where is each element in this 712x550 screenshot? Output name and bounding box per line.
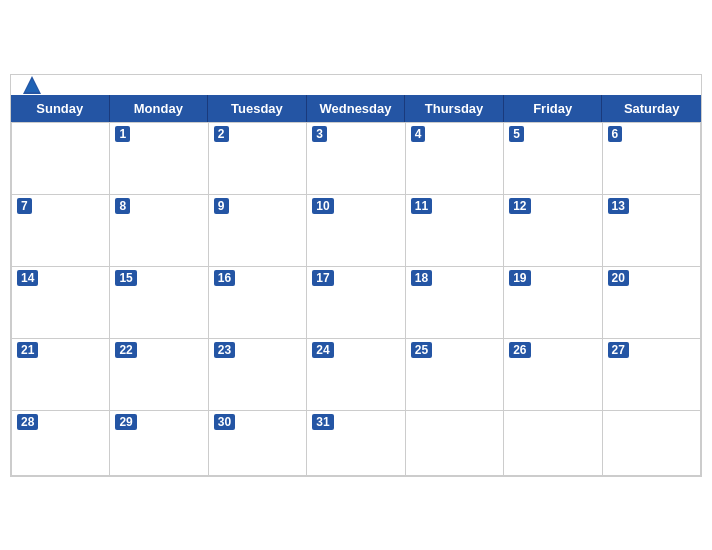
- day-number: 26: [509, 342, 530, 358]
- day-cell-24: 24: [307, 339, 405, 411]
- day-cell-18: 18: [406, 267, 504, 339]
- day-cell-8: 8: [110, 195, 208, 267]
- day-header-thursday: Thursday: [405, 95, 504, 122]
- day-cell-9: 9: [209, 195, 307, 267]
- day-number: 10: [312, 198, 333, 214]
- day-cell-5: 5: [504, 123, 602, 195]
- day-number: 14: [17, 270, 38, 286]
- day-header-sunday: Sunday: [11, 95, 110, 122]
- day-cell-13: 13: [603, 195, 701, 267]
- day-cell-14: 14: [12, 267, 110, 339]
- day-number: 22: [115, 342, 136, 358]
- day-cell-29: 29: [110, 411, 208, 476]
- day-cell-30: 30: [209, 411, 307, 476]
- day-number: 2: [214, 126, 229, 142]
- day-cell-10: 10: [307, 195, 405, 267]
- day-number: 21: [17, 342, 38, 358]
- day-cell-empty: [603, 411, 701, 476]
- calendar-grid: 1234567891011121314151617181920212223242…: [11, 122, 701, 476]
- logo: [21, 74, 46, 96]
- day-number: 3: [312, 126, 327, 142]
- day-cell-25: 25: [406, 339, 504, 411]
- day-header-friday: Friday: [504, 95, 603, 122]
- day-cell-23: 23: [209, 339, 307, 411]
- day-header-tuesday: Tuesday: [208, 95, 307, 122]
- day-number: 16: [214, 270, 235, 286]
- day-cell-22: 22: [110, 339, 208, 411]
- day-cell-15: 15: [110, 267, 208, 339]
- day-header-saturday: Saturday: [602, 95, 701, 122]
- day-cell-3: 3: [307, 123, 405, 195]
- day-cell-26: 26: [504, 339, 602, 411]
- day-number: 17: [312, 270, 333, 286]
- day-cell-11: 11: [406, 195, 504, 267]
- day-number: 6: [608, 126, 623, 142]
- day-cell-19: 19: [504, 267, 602, 339]
- day-number: 28: [17, 414, 38, 430]
- day-number: 11: [411, 198, 432, 214]
- day-number: 19: [509, 270, 530, 286]
- day-cell-20: 20: [603, 267, 701, 339]
- day-header-monday: Monday: [110, 95, 209, 122]
- calendar-header: [11, 75, 701, 95]
- day-cell-6: 6: [603, 123, 701, 195]
- day-cell-empty: [12, 123, 110, 195]
- day-number: 31: [312, 414, 333, 430]
- day-number: 27: [608, 342, 629, 358]
- day-cell-16: 16: [209, 267, 307, 339]
- day-cell-7: 7: [12, 195, 110, 267]
- day-number: 9: [214, 198, 229, 214]
- day-cell-21: 21: [12, 339, 110, 411]
- day-cell-empty: [406, 411, 504, 476]
- day-number: 1: [115, 126, 130, 142]
- day-number: 15: [115, 270, 136, 286]
- day-number: 23: [214, 342, 235, 358]
- svg-marker-1: [25, 79, 39, 92]
- day-cell-1: 1: [110, 123, 208, 195]
- day-number: 7: [17, 198, 32, 214]
- day-number: 8: [115, 198, 130, 214]
- day-cell-17: 17: [307, 267, 405, 339]
- day-cell-2: 2: [209, 123, 307, 195]
- day-number: 24: [312, 342, 333, 358]
- day-cell-4: 4: [406, 123, 504, 195]
- day-number: 12: [509, 198, 530, 214]
- day-header-wednesday: Wednesday: [307, 95, 406, 122]
- day-cell-27: 27: [603, 339, 701, 411]
- day-number: 4: [411, 126, 426, 142]
- day-cell-28: 28: [12, 411, 110, 476]
- day-cell-31: 31: [307, 411, 405, 476]
- day-number: 30: [214, 414, 235, 430]
- day-number: 29: [115, 414, 136, 430]
- day-number: 5: [509, 126, 524, 142]
- day-number: 13: [608, 198, 629, 214]
- day-number: 18: [411, 270, 432, 286]
- day-number: 20: [608, 270, 629, 286]
- calendar: SundayMondayTuesdayWednesdayThursdayFrid…: [10, 74, 702, 477]
- day-cell-empty: [504, 411, 602, 476]
- day-number: 25: [411, 342, 432, 358]
- day-headers-row: SundayMondayTuesdayWednesdayThursdayFrid…: [11, 95, 701, 122]
- logo-icon: [21, 74, 43, 96]
- day-cell-12: 12: [504, 195, 602, 267]
